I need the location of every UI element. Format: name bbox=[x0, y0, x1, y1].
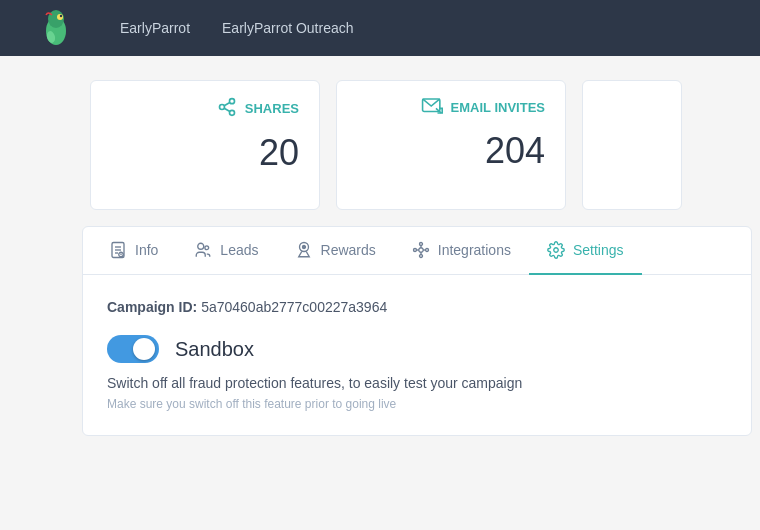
toggle-thumb bbox=[133, 338, 155, 360]
svg-point-3 bbox=[60, 15, 62, 17]
svg-point-20 bbox=[205, 246, 209, 250]
campaign-id-value: 5a70460ab2777c00227a3964 bbox=[201, 299, 387, 315]
email-invites-value: 204 bbox=[485, 130, 545, 172]
leads-tab-icon bbox=[194, 241, 212, 259]
tab-settings[interactable]: Settings bbox=[529, 227, 642, 275]
sandbox-label: Sandbox bbox=[175, 338, 254, 361]
svg-point-24 bbox=[413, 249, 416, 252]
info-tab-icon bbox=[109, 241, 127, 259]
settings-content: Campaign ID: 5a70460ab2777c00227a3964 Sa… bbox=[83, 275, 751, 435]
navbar: EarlyParrot EarlyParrot Outreach bbox=[0, 0, 760, 56]
campaign-id-row: Campaign ID: 5a70460ab2777c00227a3964 bbox=[107, 299, 727, 315]
svg-line-9 bbox=[224, 102, 230, 105]
third-card bbox=[582, 80, 682, 210]
email-invites-icon bbox=[421, 97, 443, 118]
tab-leads-label: Leads bbox=[220, 242, 258, 258]
sandbox-row: Sandbox bbox=[107, 335, 727, 363]
shares-header[interactable]: SHARES bbox=[217, 97, 299, 120]
tabs: Info Leads Rewards bbox=[83, 227, 751, 275]
svg-point-26 bbox=[419, 243, 422, 246]
svg-point-25 bbox=[425, 249, 428, 252]
sandbox-warning: Make sure you switch off this feature pr… bbox=[107, 397, 727, 411]
svg-point-5 bbox=[229, 99, 234, 104]
navbar-links: EarlyParrot EarlyParrot Outreach bbox=[120, 20, 354, 36]
rewards-tab-icon bbox=[295, 241, 313, 259]
sandbox-toggle[interactable] bbox=[107, 335, 159, 363]
tab-rewards[interactable]: Rewards bbox=[277, 227, 394, 275]
tab-container: Info Leads Rewards bbox=[82, 226, 752, 436]
shares-value: 20 bbox=[259, 132, 299, 174]
stats-area: SHARES 20 EMAIL INVITES 204 bbox=[0, 56, 760, 210]
tab-rewards-label: Rewards bbox=[321, 242, 376, 258]
earlyparrot-link[interactable]: EarlyParrot bbox=[120, 20, 190, 36]
svg-line-8 bbox=[224, 108, 230, 111]
tab-leads[interactable]: Leads bbox=[176, 227, 276, 275]
tab-info-label: Info bbox=[135, 242, 158, 258]
tab-info[interactable]: Info bbox=[91, 227, 176, 275]
tab-settings-label: Settings bbox=[573, 242, 624, 258]
shares-icon bbox=[217, 97, 237, 120]
shares-card: SHARES 20 bbox=[90, 80, 320, 210]
settings-tab-icon bbox=[547, 241, 565, 259]
campaign-id-label: Campaign ID: bbox=[107, 299, 197, 315]
tab-integrations[interactable]: Integrations bbox=[394, 227, 529, 275]
email-invites-card: EMAIL INVITES 204 bbox=[336, 80, 566, 210]
svg-point-7 bbox=[229, 110, 234, 115]
integrations-tab-icon bbox=[412, 241, 430, 259]
email-invites-header[interactable]: EMAIL INVITES bbox=[421, 97, 545, 118]
email-invites-label: EMAIL INVITES bbox=[451, 100, 545, 115]
sandbox-description: Switch off all fraud protection features… bbox=[107, 375, 727, 391]
svg-point-27 bbox=[419, 255, 422, 258]
svg-point-19 bbox=[198, 243, 204, 249]
svg-point-22 bbox=[302, 246, 305, 249]
svg-point-2 bbox=[57, 14, 63, 20]
shares-label: SHARES bbox=[245, 101, 299, 116]
svg-point-32 bbox=[554, 248, 559, 253]
logo bbox=[16, 7, 96, 49]
svg-point-23 bbox=[419, 248, 424, 253]
svg-point-6 bbox=[219, 105, 224, 110]
earlyparrot-outreach-link[interactable]: EarlyParrot Outreach bbox=[222, 20, 354, 36]
tab-integrations-label: Integrations bbox=[438, 242, 511, 258]
